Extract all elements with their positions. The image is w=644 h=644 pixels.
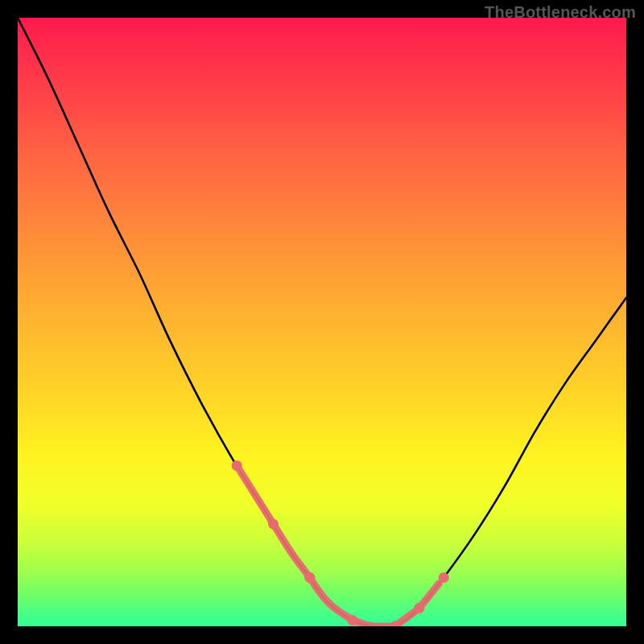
highlight-dot — [304, 572, 315, 583]
highlight-dot — [390, 621, 400, 627]
highlight-dot — [414, 603, 424, 613]
highlight-dot — [390, 621, 400, 627]
chart-frame: TheBottleneck.com — [0, 0, 644, 644]
highlight-segment — [310, 578, 390, 626]
watermark-text: TheBottleneck.com — [485, 3, 636, 22]
plot-area — [18, 18, 626, 626]
highlight-dot — [232, 460, 242, 471]
highlight-dot — [439, 572, 449, 583]
highlight-segment — [395, 584, 439, 626]
highlight-dot — [268, 518, 279, 529]
curve-svg — [18, 18, 626, 626]
highlight-segment — [237, 465, 310, 577]
highlight-dot — [347, 615, 357, 625]
bottleneck-curve — [18, 18, 626, 626]
highlight-dot — [304, 572, 315, 583]
highlight-group — [232, 460, 449, 626]
